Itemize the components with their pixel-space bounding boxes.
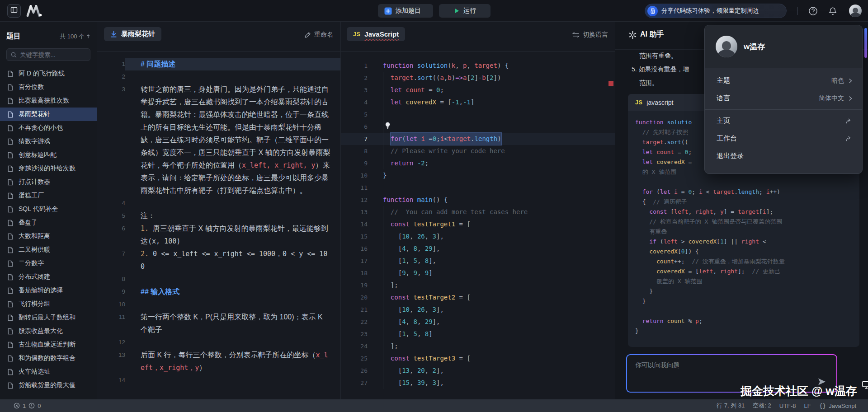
problem-list-item[interactable]: 比赛最高获胜次数 — [0, 94, 97, 108]
code-line-text: target.sort((a,b)=>a[2]-b[2]) — [368, 72, 501, 84]
search-box[interactable] — [6, 48, 90, 61]
scrollbar-error-marker[interactable] — [609, 81, 613, 86]
code-line: 14 const testTarget1 = [ — [341, 218, 615, 230]
problem-list-item[interactable]: 叠盘子 — [0, 216, 97, 229]
search-input[interactable] — [20, 52, 83, 58]
code-line: 17 [1, 5, 8], — [341, 255, 615, 267]
problem-list-item[interactable]: 火车站选址 — [0, 365, 97, 379]
document-icon — [7, 192, 14, 199]
problem-list-item[interactable]: 猜数字游戏 — [0, 135, 97, 148]
menu-item-logout[interactable]: 退出登录 — [705, 147, 862, 165]
markdown-line-text: 2. 0 <= x_left <= x_right <= 1000，0 < y … — [125, 248, 340, 273]
menu-item-home[interactable]: 主页 — [705, 112, 862, 130]
indent-guide — [383, 72, 383, 169]
problem-list-item[interactable]: 股票收益最大化 — [0, 324, 97, 338]
notifications-bell-button[interactable] — [827, 5, 838, 16]
menu-item-workbench[interactable]: 工作台 — [705, 130, 862, 147]
user-avatar[interactable] — [849, 5, 862, 17]
code-line-text: [9, 9, 9] — [368, 267, 433, 279]
run-button[interactable]: 运行 — [439, 4, 491, 18]
line-number: 20 — [341, 291, 368, 304]
promo-banner-text: 分享代码练习体验，领限量定制周边 — [661, 7, 759, 15]
code-line-text: } — [368, 169, 387, 182]
download-arrow-icon — [110, 31, 117, 38]
problem-title-tab[interactable]: 暴雨梨花针 — [104, 27, 161, 41]
problem-list-item[interactable]: 创意标题匹配 — [0, 148, 97, 162]
username: w温存 — [744, 42, 765, 52]
problem-list-item-label: 暴雨梨花针 — [19, 110, 50, 118]
code-line: 3 let count = 0; — [341, 84, 615, 96]
problem-list-item[interactable]: 百分位数 — [0, 80, 97, 94]
problem-list-item[interactable]: 翻转后最大子数组和 — [0, 311, 97, 324]
markdown-line: 11 第一行两个整数 K，P(只是用来取整，取为 100)；表示 K 个靶子 — [97, 311, 340, 336]
problem-list-item[interactable]: 货船载货量的最大值 — [0, 379, 97, 392]
line-number: 25 — [341, 352, 368, 365]
add-problem-button[interactable]: 添加题目 — [378, 4, 433, 18]
problem-list-item-label: 蛋糕工厂 — [19, 192, 44, 200]
problem-list-item[interactable]: 和为偶数的数字组合 — [0, 351, 97, 365]
problem-list-item[interactable]: SQL 代码补全 — [0, 202, 97, 216]
problem-list-item[interactable]: 暴雨梨花针 — [0, 108, 97, 121]
problem-list-item[interactable]: 飞行棋分组 — [0, 297, 97, 311]
problem-list-item-label: 番茄编辑的选择 — [19, 286, 63, 295]
cursor-position[interactable]: 行 7, 列 31 — [717, 402, 745, 410]
warnings-indicator[interactable]: 0 — [28, 403, 41, 409]
code-editor[interactable]: 1 function solution(k, p, target) { 2 ta… — [341, 60, 615, 399]
help-button[interactable] — [807, 5, 818, 16]
line-number: 6 — [341, 121, 368, 133]
problem-list-item[interactable]: 二分数字 — [0, 257, 97, 270]
sidebar-title: 题目 — [6, 32, 21, 41]
sidebar-toggle-button[interactable] — [7, 4, 21, 18]
problem-list-item[interactable]: 阿 D 的飞行路线 — [0, 67, 97, 80]
warning-circle-icon — [28, 403, 35, 409]
indentation-setting[interactable]: 空格: 2 — [753, 402, 771, 410]
language-mode[interactable]: {} JavaScript — [819, 403, 856, 409]
problem-list-item[interactable]: 古生物血缘远近判断 — [0, 338, 97, 351]
problem-list-item[interactable]: 不再贪心的小包 — [0, 121, 97, 135]
play-icon — [453, 8, 460, 14]
language-tab[interactable]: JS JavaScript — [347, 27, 405, 41]
menu-item-language[interactable]: 语言 简体中文 — [705, 89, 862, 107]
ai-panel-scrollbar[interactable] — [864, 28, 867, 58]
errors-indicator[interactable]: 1 — [14, 403, 26, 409]
problem-list-item[interactable]: 打点计数器 — [0, 175, 97, 189]
code-line-text — [368, 108, 383, 121]
problem-list-item[interactable]: 番茄编辑的选择 — [0, 284, 97, 297]
lightbulb-icon[interactable] — [384, 122, 392, 129]
problem-list-item[interactable]: 蛋糕工厂 — [0, 189, 97, 202]
app-logo[interactable] — [26, 5, 42, 17]
code-line: 4 let coveredX = [-1,-1] — [341, 96, 615, 108]
line-number: 18 — [341, 267, 368, 279]
sparkle-icon — [628, 31, 637, 39]
markdown-editor[interactable]: 1 # 问题描述 2 3 转世之前的唐三，身处唐门。因为是外门弟子，只能通过自学… — [97, 58, 340, 399]
code-editor-panel: JS JavaScript 切换语言 1 function solution(k… — [340, 22, 615, 399]
problem-list-item-label: 阿 D 的飞行路线 — [19, 70, 65, 78]
line-number: 5 — [97, 210, 125, 222]
document-icon — [7, 382, 14, 389]
menu-item-theme[interactable]: 主题 暗色 — [705, 72, 862, 89]
promo-banner[interactable]: 分享代码练习体验，领限量定制周边 — [645, 4, 787, 18]
problem-list-item[interactable]: 二叉树供暖 — [0, 243, 97, 257]
problem-list-item[interactable]: 大数和距离 — [0, 229, 97, 243]
code-line: 5 — [341, 108, 615, 121]
chevron-right-icon — [849, 96, 852, 101]
problem-list-item[interactable]: 分布式团建 — [0, 270, 97, 284]
document-icon — [7, 152, 14, 159]
switch-language-button[interactable]: 切换语言 — [572, 31, 608, 39]
line-number: 6 — [97, 222, 125, 235]
code-line: 8 // Please write your code here — [341, 145, 615, 157]
line-number: 11 — [97, 311, 125, 323]
markdown-line: 8 — [97, 273, 340, 286]
encoding-setting[interactable]: UTF-8 — [779, 403, 796, 409]
document-icon — [7, 287, 14, 294]
line-number: 2 — [97, 70, 125, 83]
eol-setting[interactable]: LF — [804, 403, 811, 409]
line-number: 5 — [341, 108, 368, 121]
markdown-line: 3 转世之前的唐三，身处唐门。因为是外门弟子，只能通过自学提升武艺，唐三在藏书阁… — [97, 83, 340, 197]
rename-button[interactable]: 重命名 — [304, 31, 333, 39]
menu-divider — [705, 109, 862, 110]
problem-list-item[interactable]: 穿越沙漠的补给次数 — [0, 162, 97, 175]
code-line: 6 — [341, 121, 615, 133]
line-number: 1 — [341, 60, 368, 72]
problems-count[interactable]: 共 100 个 — [60, 33, 90, 41]
